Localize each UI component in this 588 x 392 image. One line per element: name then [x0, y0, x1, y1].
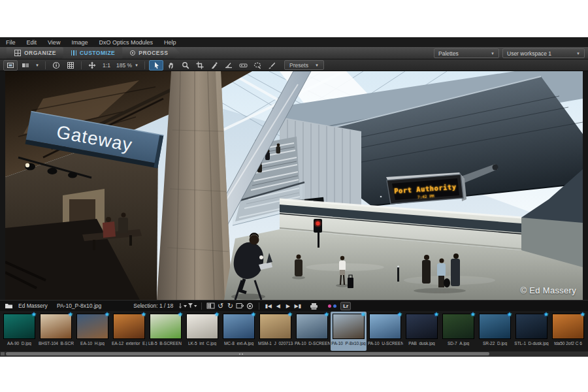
next-image-button[interactable]: ▶	[283, 302, 293, 310]
thumbnail-image[interactable]: ★	[515, 314, 547, 339]
star-badge-icon: ★	[544, 311, 549, 318]
pink-status-dot[interactable]	[328, 304, 331, 308]
workspace-dropdown[interactable]: User workspace 1 ▼	[502, 48, 585, 58]
thumbnail-image[interactable]: ★	[333, 314, 365, 339]
info-button[interactable]	[50, 61, 63, 70]
filmstrip-thumbnail[interactable]: ★PA-10_D-SCREEN-USE.jpg	[294, 312, 330, 351]
tab-customize[interactable]: CUSTOMIZE	[63, 47, 127, 59]
filmstrip-thumbnail[interactable]: ★EA-12_exterior_E.jpg	[111, 312, 147, 351]
scrollbar-thumb[interactable]	[6, 352, 489, 355]
sort-dropdown-icon[interactable]	[178, 302, 188, 310]
filmstrip-thumbnail[interactable]: ★MSM-1_J_020713-18bit.jp	[257, 312, 293, 351]
export-button[interactable]	[235, 302, 245, 310]
compare-button[interactable]	[206, 302, 216, 310]
thumbnail-filename: MC-8_ext-A.jpg	[221, 341, 257, 346]
filmstrip-thumbnail[interactable]: ★BHST-104_B-SCREEN-USE	[38, 312, 74, 351]
chevron-down-icon: ▼	[135, 63, 139, 67]
rotate-left-button[interactable]: ↺	[216, 302, 225, 310]
last-image-button[interactable]: ▶▮	[293, 302, 302, 310]
thumbnail-filename: EA-10_H.jpg	[74, 341, 110, 346]
thumbnail-image[interactable]: ★	[186, 314, 218, 339]
filmstrip-scrollbar[interactable]	[0, 351, 588, 357]
filter-dropdown-icon[interactable]	[188, 302, 197, 310]
customize-sliders-icon	[71, 50, 76, 56]
first-image-button[interactable]: ▮◀	[263, 302, 273, 310]
menu-image[interactable]: Image	[71, 39, 88, 46]
thumbnail-image[interactable]: ★	[369, 314, 401, 339]
dust-tool-button[interactable]	[208, 61, 221, 70]
filmstrip-thumbnail[interactable]: ★LK-5_int_C.jpg	[184, 312, 220, 351]
star-badge-icon: ★	[178, 311, 183, 318]
hand-tool-button[interactable]	[165, 61, 178, 70]
thumbnail-filename: PA-10_D-SCREEN-USE.jpg	[294, 341, 330, 346]
star-badge-icon: ★	[507, 311, 512, 318]
zoom-level-dropdown[interactable]: 185 % ▼	[114, 62, 141, 69]
menu-help[interactable]: Help	[164, 39, 176, 46]
previous-image-button[interactable]: ◀	[273, 302, 283, 310]
filmstrip-thumbnail[interactable]: ★EA-10_H.jpg	[74, 312, 110, 351]
thumbnail-image[interactable]: ★	[259, 314, 291, 339]
chevron-down-icon: ▼	[315, 63, 319, 67]
workspace-label: User workspace 1	[507, 50, 551, 57]
lightroom-button[interactable]: Lr	[340, 302, 351, 310]
star-badge-icon: ★	[214, 311, 220, 318]
menu-view[interactable]: View	[48, 39, 60, 46]
filmstrip-thumbnails: ★AA-90_D.jpg★BHST-104_B-SCREEN-USE★EA-10…	[0, 311, 588, 351]
thumbnail-image[interactable]: ★	[552, 314, 584, 339]
crop-tool-button[interactable]	[193, 61, 206, 70]
photo-credit: © Ed Massery	[521, 286, 576, 295]
thumbnail-image[interactable]: ★	[3, 314, 35, 339]
thumbnail-image[interactable]: ★	[442, 314, 474, 339]
folder-icon[interactable]	[4, 302, 14, 310]
tab-process[interactable]: PROCESS	[122, 47, 180, 59]
presets-dropdown[interactable]: Presets ▼	[284, 60, 324, 70]
star-badge-icon: ★	[31, 311, 37, 318]
blue-status-dot[interactable]	[333, 304, 336, 308]
view-mode-dropdown-arrow[interactable]: ▼	[33, 61, 41, 70]
thumbnail-image[interactable]: ★	[406, 314, 438, 339]
filmstrip-thumbnail[interactable]: ★PA-10_U-SCREEN-USE.jpg	[367, 312, 403, 351]
filmstrip-thumbnail[interactable]: ★SR-22_D.jpg	[477, 312, 513, 351]
thumbnail-filename: SD-7_A.jpg	[440, 341, 476, 346]
filmstrip-thumbnail[interactable]: ★AA-90_D.jpg	[1, 312, 37, 351]
thumbnail-image[interactable]: ★	[76, 314, 108, 339]
thumbnail-filename: EA-12_exterior_E.jpg	[111, 341, 147, 346]
filmstrip-thumbnail[interactable]: ★MC-8_ext-A.jpg	[221, 312, 257, 351]
horizon-tool-button[interactable]	[222, 61, 235, 70]
filmstrip-thumbnail[interactable]: ★STL-1_D-dusk.jpg	[514, 312, 549, 351]
target-button[interactable]	[245, 302, 255, 310]
palettes-dropdown[interactable]: Palettes ▼	[434, 48, 499, 58]
menu-edit[interactable]: Edit	[27, 39, 37, 46]
brush-tool-button[interactable]	[265, 61, 278, 70]
filmstrip-thumbnail[interactable]: ★tda50 2of2 C 6	[550, 312, 586, 351]
menu-dxo-optics-modules[interactable]: DxO Optics Modules	[99, 39, 153, 46]
zoom-tool-button[interactable]	[179, 61, 192, 70]
print-button[interactable]	[309, 302, 319, 310]
thumbnail-filename: STL-1_D-dusk.jpg	[514, 341, 549, 346]
filmstrip-thumbnail[interactable]: ★PA-10_P-8x10.jpg	[331, 312, 367, 351]
thumbnail-image[interactable]: ★	[479, 314, 511, 339]
pointer-tool-button[interactable]	[149, 60, 163, 71]
filmstrip-thumbnail[interactable]: ★LB-5_B-SCREEN_USE-SCRE	[148, 312, 184, 351]
compare-view-button[interactable]	[19, 61, 32, 70]
menu-file[interactable]: File	[6, 39, 16, 46]
thumbnail-image[interactable]: ★	[150, 314, 182, 339]
filmstrip-toolbar: Ed Massery PA-10_P-8x10.jpg Selection: 1…	[0, 300, 588, 311]
main-photo[interactable]: Gateway	[5, 71, 583, 300]
filmstrip-thumbnail[interactable]: ★PAB_dusk.jpg	[404, 312, 440, 351]
filmstrip-thumbnail[interactable]: ★SD-7_A.jpg	[440, 312, 476, 351]
mask-tool-button[interactable]	[251, 61, 264, 70]
single-view-button[interactable]	[3, 60, 18, 71]
pan-move-icon[interactable]	[86, 61, 99, 70]
image-viewer: Gateway	[0, 71, 588, 300]
redeye-tool-button[interactable]	[237, 61, 250, 70]
zoom-1to1-button[interactable]: 1:1	[100, 61, 113, 70]
thumbnail-image[interactable]: ★	[40, 314, 72, 339]
thumbnail-image[interactable]: ★	[223, 314, 255, 339]
scrollbar-left-button[interactable]	[1, 352, 5, 355]
rotate-right-button[interactable]: ↻	[225, 302, 235, 310]
thumbnail-grid-button[interactable]	[64, 61, 77, 70]
thumbnail-image[interactable]: ★	[113, 314, 145, 339]
tab-organize[interactable]: ORGANIZE	[7, 47, 68, 59]
thumbnail-image[interactable]: ★	[296, 314, 328, 339]
